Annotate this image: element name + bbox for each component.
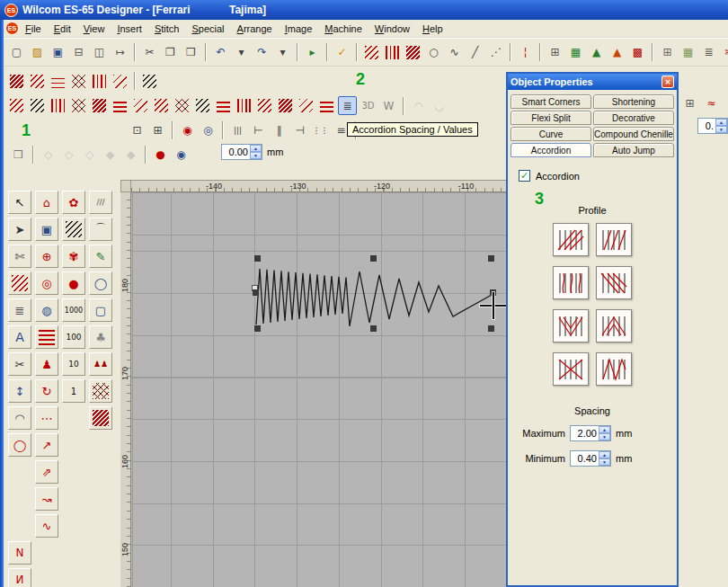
ripple-icon[interactable] (214, 96, 233, 115)
menu-arrange[interactable]: Arrange (231, 22, 279, 36)
redo-icon[interactable]: ↷ (253, 43, 271, 62)
new-file-icon[interactable]: ▢ (7, 43, 26, 62)
pattern-fill-tool-icon[interactable] (89, 379, 112, 403)
backtack-tool-icon[interactable]: N (8, 541, 31, 565)
manual-stitch-1000[interactable]: 1000 (62, 298, 85, 322)
stitch-object[interactable] (131, 192, 506, 587)
stitch-player-icon[interactable]: ▸ (303, 43, 322, 62)
selection-handle[interactable] (253, 289, 259, 296)
show-trees-icon[interactable]: ▲ (587, 43, 606, 62)
menu-insert[interactable]: Insert (111, 22, 148, 36)
print-preview-icon[interactable]: ◫ (90, 43, 109, 62)
satin-type-icon[interactable] (7, 96, 26, 115)
manual-stitch-1[interactable]: 1 (62, 379, 85, 403)
menu-window[interactable]: Window (368, 22, 416, 36)
e-stitch-icon[interactable] (49, 96, 67, 115)
space-evenly-icon[interactable]: ⋮⋮ (311, 120, 330, 139)
hidden-toolbar-icon-a[interactable]: ⊞ (680, 93, 699, 112)
profile-peak-icon[interactable] (596, 309, 632, 342)
transform-frame-icon[interactable]: ⊞ (148, 120, 167, 139)
design-canvas[interactable] (131, 192, 506, 587)
run-stitch-icon[interactable] (362, 43, 381, 62)
tatami-tool-icon[interactable] (89, 406, 112, 430)
cut-icon[interactable]: ✂ (140, 43, 159, 62)
shape-tools-icon[interactable]: ▣ (35, 218, 58, 241)
triple-run-tool-icon[interactable]: ↝ (35, 487, 58, 511)
drop-tool-icon[interactable]: ● (62, 271, 85, 295)
tab-auto-jump[interactable]: Auto Jump (593, 143, 674, 157)
texture-effect-icon[interactable] (69, 72, 88, 91)
line-tool-icon[interactable]: ╱ (466, 43, 484, 62)
open-shape-icon[interactable]: ∿ (445, 43, 464, 62)
menu-machine[interactable]: Machine (318, 22, 368, 36)
ellipse-tool-icon[interactable]: ◯ (89, 271, 112, 295)
spiral-fill-icon[interactable] (152, 96, 171, 115)
profile-falling-icon[interactable] (596, 266, 632, 299)
wave-fill-icon[interactable] (317, 96, 336, 115)
run-stitch-tool-icon[interactable]: ⇗ (35, 460, 58, 484)
selection-handle[interactable] (254, 255, 261, 262)
accordion-spacing-icon[interactable]: ≣ (338, 96, 357, 115)
mesh-effect-icon[interactable] (90, 72, 109, 91)
closed-shape-icon[interactable]: ○ (424, 43, 443, 62)
redo-dropdown-icon[interactable]: ▾ (273, 43, 292, 62)
manual-stitch-100[interactable]: 100 (62, 325, 85, 349)
rough-fill-icon[interactable] (28, 72, 47, 91)
align-center-icon[interactable]: ∥ (270, 120, 289, 139)
panel-title-bar[interactable]: Object Properties × (508, 74, 677, 90)
spin-up-icon[interactable]: ▲ (250, 145, 262, 152)
columns-icon[interactable]: ||| (228, 120, 247, 139)
digitize-pen-icon[interactable]: ✎ (89, 245, 112, 268)
target-tool-icon[interactable]: ◎ (35, 271, 58, 295)
steps-tool-icon[interactable]: ≣ (8, 298, 31, 322)
align-right-icon[interactable]: ⊣ (290, 120, 309, 139)
save-file-icon[interactable]: ▣ (49, 43, 67, 62)
contour-icon[interactable] (131, 96, 150, 115)
paw-tool-icon[interactable]: ♣ (89, 325, 112, 349)
liquid-effect-icon[interactable] (276, 96, 295, 115)
open-file-icon[interactable]: ▨ (28, 43, 47, 62)
stitch-path[interactable] (256, 269, 492, 326)
maximum-spin-up-icon[interactable]: ▲ (599, 426, 610, 433)
stipple-icon[interactable] (193, 96, 212, 115)
island-coding-icon[interactable] (235, 96, 253, 115)
motif-run-tool-icon[interactable]: ∿ (35, 514, 58, 538)
satin-stitch-icon[interactable] (383, 43, 402, 62)
menu-special[interactable]: Special (185, 22, 230, 36)
zigzag-tool-icon[interactable] (8, 271, 31, 295)
spin-down-icon[interactable]: ▼ (250, 152, 262, 159)
petal-tool-icon[interactable]: ✾ (62, 245, 85, 268)
jagged-edge-icon[interactable] (7, 72, 26, 91)
minimum-spin-down-icon[interactable]: ▼ (599, 458, 610, 466)
profile-zigzag-icon[interactable] (596, 352, 632, 386)
align-left-icon[interactable]: ⊢ (249, 120, 268, 139)
fancy-fill-icon[interactable] (111, 96, 129, 115)
tab-smart-corners[interactable]: Smart Corners (510, 94, 591, 109)
sphere-tool-icon[interactable]: ◍ (35, 298, 58, 322)
florentine-icon[interactable] (255, 96, 274, 115)
people-tool-icon[interactable]: ♟♟ (89, 352, 112, 376)
clipboard-icon[interactable]: ❒ (9, 145, 28, 164)
tatami-icon[interactable] (69, 96, 88, 115)
profile-valley-icon[interactable] (553, 309, 589, 342)
overlap-grid-icon[interactable]: ⊞ (658, 43, 677, 62)
feather-edge-icon[interactable]: W (379, 96, 398, 115)
globe-tool-icon[interactable]: ⊕ (35, 245, 58, 268)
tab-flexi-split[interactable]: Flexi Split (510, 111, 591, 125)
minimum-spacing-field[interactable]: 0.40 ▲ ▼ (570, 450, 611, 467)
cross-stitch-icon[interactable] (173, 96, 191, 115)
wave-effect-icon[interactable] (49, 72, 67, 91)
profile-rising-icon[interactable] (553, 223, 589, 256)
title-bar[interactable]: ES Wilcom ES-65 Designer - [Ferrari Taji… (0, 0, 728, 20)
close-icon[interactable]: × (661, 76, 674, 88)
motif-tool-icon[interactable]: ✿ (62, 191, 85, 214)
wave-tool-icon[interactable] (35, 325, 58, 349)
end-marker-icon[interactable]: ◉ (172, 145, 191, 164)
undo-dropdown-icon[interactable]: ▾ (232, 43, 251, 62)
selection-handle[interactable] (488, 255, 494, 262)
chenille-scissors-icon[interactable]: ✂ (720, 43, 728, 62)
paste-icon[interactable]: ❒ (182, 43, 200, 62)
rect-tool-icon[interactable]: ▢ (89, 298, 112, 322)
exit-point-icon[interactable]: ◎ (199, 120, 218, 139)
program-split-icon[interactable] (90, 96, 109, 115)
